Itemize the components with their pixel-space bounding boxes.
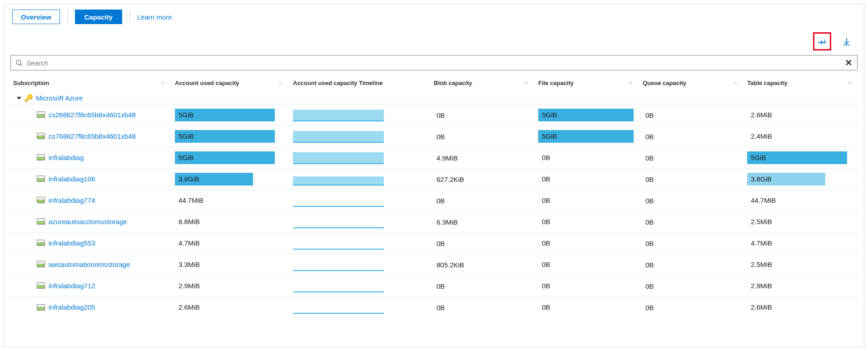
table-row: infralabdiag2052.6MiB0B0B0B2.6MiB: [9, 297, 859, 318]
table-row: infralabdiag5GiB4.9MiB0B0B5GiB: [9, 147, 859, 169]
table-row: cs768627f8c65b8x4601xb485GiB0B5GiB0B2.4M…: [9, 126, 859, 147]
used-capacity-value: 5GiB: [175, 109, 275, 121]
used-capacity-value: 2.6MiB: [175, 301, 275, 314]
subscription-group-label: Microsoft Azure: [36, 94, 83, 102]
col-queue[interactable]: Queue capacity↑↓: [640, 73, 744, 93]
file-capacity-bar: 0B: [538, 216, 634, 228]
col-blob[interactable]: Blob capacity↑↓: [431, 73, 536, 93]
sort-icon: ↑↓: [628, 80, 632, 86]
used-capacity-value: 44.7MiB: [175, 194, 275, 207]
queue-capacity-value: 0B: [643, 282, 654, 290]
sort-icon: ↑↓: [733, 80, 736, 86]
storage-account-icon: [37, 154, 45, 160]
storage-account-link[interactable]: cs268627f8c65b8x4601xb48: [37, 111, 136, 119]
storage-account-link[interactable]: azureautoacctomsstorage: [37, 218, 127, 226]
col-file[interactable]: File capacity↑↓: [536, 73, 640, 93]
blob-capacity-value: 0B: [434, 111, 445, 119]
used-capacity-bar: 5GiB: [175, 151, 275, 164]
table-capacity-bar: 2.4MiB: [747, 130, 847, 143]
pin-icon[interactable]: [813, 32, 831, 50]
storage-account-icon: [37, 240, 45, 246]
file-capacity-value: 5GiB: [538, 109, 634, 121]
file-capacity-value: 5GiB: [538, 130, 634, 143]
blob-capacity-value: 0B: [434, 282, 445, 290]
table-capacity-value: 2.4MiB: [747, 130, 847, 143]
download-icon[interactable]: [838, 32, 856, 50]
file-capacity-bar: 0B: [538, 194, 634, 207]
storage-account-link[interactable]: cs768627f8c65b8x4601xb48: [37, 132, 136, 140]
timeline-sparkline: [293, 280, 384, 292]
learn-more-link[interactable]: Learn more: [137, 13, 172, 21]
storage-account-icon: [37, 218, 45, 225]
col-timeline[interactable]: Account used capacity Timeline: [290, 73, 431, 93]
timeline-sparkline: [293, 301, 384, 314]
storage-account-name: awsautomationomsstorage: [49, 261, 130, 268]
timeline-sparkline: [293, 151, 384, 164]
table-capacity-value: 5GiB: [747, 151, 847, 164]
used-capacity-value: 2.9MiB: [175, 280, 275, 292]
file-capacity-bar: 0B: [538, 258, 634, 271]
file-capacity-bar: 5GiB: [538, 130, 634, 143]
tab-bar: Overview Capacity Learn more: [12, 10, 859, 24]
subscription-group[interactable]: 🔑 Microsoft Azure: [9, 93, 859, 105]
queue-capacity-value: 0B: [643, 218, 654, 226]
table-row: infralabdiag1063.8GiB627.2KiB0B0B3.8GiB: [9, 169, 859, 190]
storage-account-link[interactable]: infralabdiag712: [37, 282, 95, 290]
queue-capacity-value: 0B: [643, 240, 654, 247]
chevron-down-icon: [17, 97, 21, 100]
used-capacity-value: 3.8GiB: [175, 173, 275, 186]
file-capacity-value: 0B: [538, 194, 634, 207]
sort-icon: ↑↓: [278, 80, 282, 86]
storage-account-name: infralabdiag712: [49, 282, 95, 290]
col-table[interactable]: Table capacity↑↓: [744, 73, 859, 93]
table-capacity-bar: 2.9MiB: [747, 280, 847, 292]
tab-overview[interactable]: Overview: [12, 10, 60, 24]
storage-account-link[interactable]: infralabdiag106: [37, 175, 95, 183]
storage-account-link[interactable]: infralabdiag: [37, 154, 84, 161]
table-capacity-value: 2.6MiB: [747, 301, 847, 314]
col-account-used[interactable]: Account used capacity↑↓: [172, 73, 290, 93]
key-icon: 🔑: [24, 94, 33, 102]
table-capacity-value: 2.6MiB: [747, 109, 847, 121]
capacity-table: Subscription↑↓ Account used capacity↑↓ A…: [9, 73, 859, 318]
timeline-sparkline: [293, 216, 384, 228]
file-capacity-value: 0B: [538, 216, 634, 228]
table-capacity-bar: 2.5MiB: [747, 258, 847, 271]
tab-capacity[interactable]: Capacity: [75, 10, 122, 24]
search-input[interactable]: [26, 59, 841, 67]
table-capacity-value: 3.8GiB: [747, 173, 847, 186]
table-row: infralabdiag77444.7MiB0B0B0B44.7MiB: [9, 190, 859, 211]
file-capacity-bar: 5GiB: [538, 109, 634, 121]
table-capacity-bar: 2.6MiB: [747, 109, 847, 121]
storage-account-name: infralabdiag: [49, 154, 84, 161]
timeline-sparkline: [293, 258, 384, 271]
blob-capacity-value: 4.9MiB: [434, 154, 458, 162]
table-capacity-bar: 4.7MiB: [747, 237, 847, 250]
separator: [129, 11, 130, 23]
file-capacity-bar: 0B: [538, 173, 634, 186]
used-capacity-bar: 2.6MiB: [175, 301, 275, 314]
col-subscription[interactable]: Subscription↑↓: [9, 73, 172, 93]
separator: [67, 11, 68, 23]
used-capacity-bar: 3.8GiB: [175, 173, 275, 186]
used-capacity-bar: 8.8MiB: [175, 216, 275, 228]
used-capacity-bar: 3.3MiB: [175, 258, 275, 271]
storage-account-link[interactable]: infralabdiag205: [37, 303, 95, 311]
used-capacity-bar: 4.7MiB: [175, 237, 275, 250]
file-capacity-value: 0B: [538, 173, 634, 186]
table-row: azureautoacctomsstorage8.8MiB6.3MiB0B0B2…: [9, 211, 859, 233]
search-box[interactable]: ✕: [10, 55, 858, 70]
clear-search-icon[interactable]: ✕: [845, 57, 853, 68]
storage-account-link[interactable]: infralabdiag553: [37, 239, 95, 247]
storage-account-name: infralabdiag553: [49, 239, 95, 247]
storage-account-link[interactable]: awsautomationomsstorage: [37, 261, 130, 268]
queue-capacity-value: 0B: [643, 176, 654, 183]
table-capacity-value: 2.5MiB: [747, 216, 847, 228]
blob-capacity-value: 627.2KiB: [434, 176, 464, 183]
file-capacity-value: 0B: [538, 237, 634, 250]
sort-icon: ↑↓: [524, 80, 527, 86]
file-capacity-value: 0B: [538, 258, 634, 271]
sort-icon: ↑↓: [848, 80, 851, 86]
storage-account-link[interactable]: infralabdiag774: [37, 196, 95, 204]
file-capacity-bar: 0B: [538, 237, 634, 250]
